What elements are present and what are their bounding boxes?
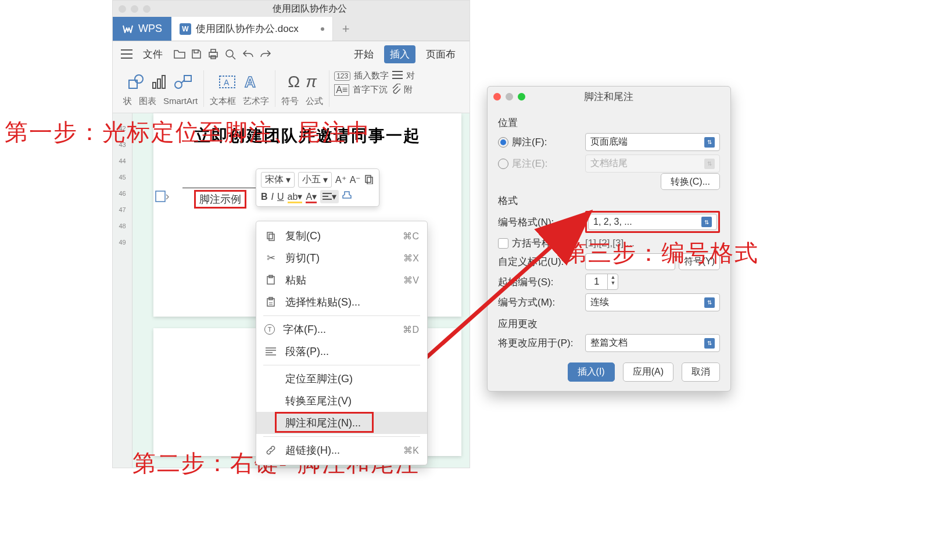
align-icon[interactable]: [392, 71, 403, 81]
italic-button[interactable]: I: [271, 192, 274, 202]
svg-point-5: [135, 75, 143, 83]
bracket-checkbox[interactable]: [498, 238, 508, 249]
clipboard-special-icon: [264, 297, 277, 307]
bold-button[interactable]: B: [261, 192, 268, 202]
wps-home-tab[interactable]: WPS: [113, 17, 171, 41]
ribbon-insert-number[interactable]: 123 插入数字 对: [334, 70, 415, 81]
chart-icon[interactable]: [151, 73, 168, 91]
footnote-radio[interactable]: [498, 137, 508, 148]
ctx-paste-label: 粘贴: [285, 273, 395, 287]
convert-button[interactable]: 转换(C)...: [661, 173, 720, 190]
ctx-paste[interactable]: 粘贴 ⌘V: [256, 269, 427, 291]
number-format-select[interactable]: 1, 2, 3, ...⇅: [588, 214, 717, 230]
ctx-paragraph-label: 段落(P)...: [285, 344, 419, 358]
ctx-hyperlink-shortcut: ⌘K: [403, 445, 419, 456]
traffic-light-close[interactable]: [119, 5, 126, 13]
chevron-updown-icon: ⇅: [704, 137, 715, 148]
svg-rect-14: [156, 191, 165, 202]
ruler-tick: 45: [119, 174, 126, 181]
wordart-icon[interactable]: A: [242, 73, 261, 91]
footnote-example-text[interactable]: 脚注示例: [194, 190, 246, 209]
ctx-paragraph[interactable]: 段落(P)...: [256, 340, 427, 362]
ctx-to-endnote[interactable]: 转换至尾注(V): [256, 390, 427, 412]
endnote-radio[interactable]: [498, 159, 508, 169]
dialog-close-icon[interactable]: [493, 93, 501, 100]
wps-logo-icon: [122, 23, 134, 35]
shape-icon[interactable]: [127, 73, 145, 91]
ctx-footnote-endnote[interactable]: 脚注和尾注(N)...: [256, 412, 427, 434]
hamburger-icon[interactable]: [121, 49, 132, 59]
align-button[interactable]: ▾: [320, 190, 339, 203]
document-tabs: WPS W 使用团队协作办公.docx +: [113, 17, 470, 41]
insert-menu[interactable]: 插入: [384, 45, 415, 63]
ctx-copy[interactable]: 复制(C) ⌘C: [256, 225, 427, 247]
apply-to-select[interactable]: 整篇文档⇅: [585, 334, 720, 352]
ctx-cut-shortcut: ⌘X: [403, 253, 419, 264]
redo-icon[interactable]: [259, 49, 272, 59]
ribbon-dropcap[interactable]: A≡ 首字下沉 附: [334, 84, 415, 96]
print-icon[interactable]: [207, 48, 220, 60]
spin-up-icon[interactable]: ▲: [608, 274, 618, 280]
new-tab-button[interactable]: +: [333, 17, 359, 41]
ctx-hyperlink[interactable]: 超链接(H)... ⌘K: [256, 439, 427, 461]
apply-button[interactable]: 应用(A): [623, 362, 673, 382]
page-layout-menu[interactable]: 页面布: [420, 45, 461, 63]
document-tab-label: 使用团队协作办公.docx: [196, 22, 299, 35]
numbering-mode-select[interactable]: 连续⇅: [585, 293, 720, 311]
preview-icon[interactable]: [224, 48, 237, 60]
number-format-label: 编号格式(N):: [498, 216, 554, 229]
symbol-icon[interactable]: Ω: [288, 73, 300, 91]
undo-icon[interactable]: [242, 49, 255, 59]
page-indicator-icon[interactable]: [155, 190, 170, 203]
spin-down-icon[interactable]: ▼: [608, 280, 618, 286]
chevron-updown-icon: ⇅: [701, 217, 712, 227]
highlight-button[interactable]: ab▾: [288, 191, 303, 202]
ribbon: 状 图表 SmartArt A A 文本框 艺术字 Ω π 符号 公式: [113, 67, 470, 113]
ctx-font[interactable]: T 字体(F)... ⌘D: [256, 318, 427, 340]
ruler-tick: 48: [119, 222, 126, 229]
ctx-goto-footnote[interactable]: 定位至脚注(G): [256, 368, 427, 390]
window-title: 使用团队协作办公: [155, 3, 464, 15]
ribbon-group-symbol: Ω π 符号 公式: [275, 70, 329, 107]
open-icon[interactable]: [173, 48, 186, 60]
context-menu: 复制(C) ⌘C ✂ 剪切(T) ⌘X 粘贴 ⌘V 选择性粘贴(S)... T …: [256, 221, 428, 465]
chevron-updown-icon: ⇅: [704, 159, 715, 169]
copy-format-icon[interactable]: [364, 174, 374, 186]
insert-button[interactable]: 插入(I): [568, 362, 615, 382]
save-icon[interactable]: [191, 48, 202, 60]
format-painter-icon[interactable]: [342, 191, 353, 203]
grow-font-button[interactable]: A⁺: [335, 174, 346, 185]
font-size-select[interactable]: 小五 ▾: [298, 172, 332, 188]
underline-button[interactable]: U: [277, 192, 284, 202]
footnote-position-select[interactable]: 页面底端⇅: [585, 133, 720, 151]
start-menu[interactable]: 开始: [348, 45, 379, 63]
file-menu[interactable]: 文件: [137, 45, 169, 63]
dialog-min-icon[interactable]: [506, 93, 513, 100]
font-color-button[interactable]: A▾: [306, 191, 317, 202]
menubar: 文件 开始 插入 页面布: [113, 41, 470, 67]
ribbon-align-label: 对: [406, 70, 415, 81]
ctx-paste-special[interactable]: 选择性粘贴(S)...: [256, 291, 427, 313]
number-format-value: 1, 2, 3, ...: [593, 217, 632, 227]
ruler-tick: 47: [119, 206, 126, 213]
ctx-cut[interactable]: ✂ 剪切(T) ⌘X: [256, 247, 427, 269]
svg-rect-10: [184, 76, 191, 81]
ribbon-insnum-label: 插入数字: [354, 70, 389, 81]
document-tab[interactable]: W 使用团队协作办公.docx: [171, 17, 333, 41]
endnote-radio-label: 尾注(E):: [512, 157, 547, 170]
number-format-highlight: 1, 2, 3, ...⇅: [585, 211, 720, 233]
ruler-tick: 44: [119, 157, 126, 164]
ribbon-textbox-label: 文本框: [210, 96, 236, 107]
shrink-font-button[interactable]: A⁻: [350, 174, 361, 185]
start-number-spin[interactable]: 1▲▼: [585, 274, 618, 290]
smartart-icon[interactable]: [174, 73, 194, 91]
menu-separator: [263, 365, 420, 365]
traffic-light-max[interactable]: [143, 5, 151, 13]
formula-icon[interactable]: π: [306, 73, 317, 91]
dialog-max-icon[interactable]: [518, 93, 525, 100]
textbox-icon[interactable]: A: [218, 73, 237, 91]
font-family-select[interactable]: 宋体 ▾: [261, 172, 295, 188]
traffic-light-min[interactable]: [131, 5, 138, 13]
attachment-icon[interactable]: [391, 84, 400, 96]
cancel-button[interactable]: 取消: [682, 362, 720, 382]
